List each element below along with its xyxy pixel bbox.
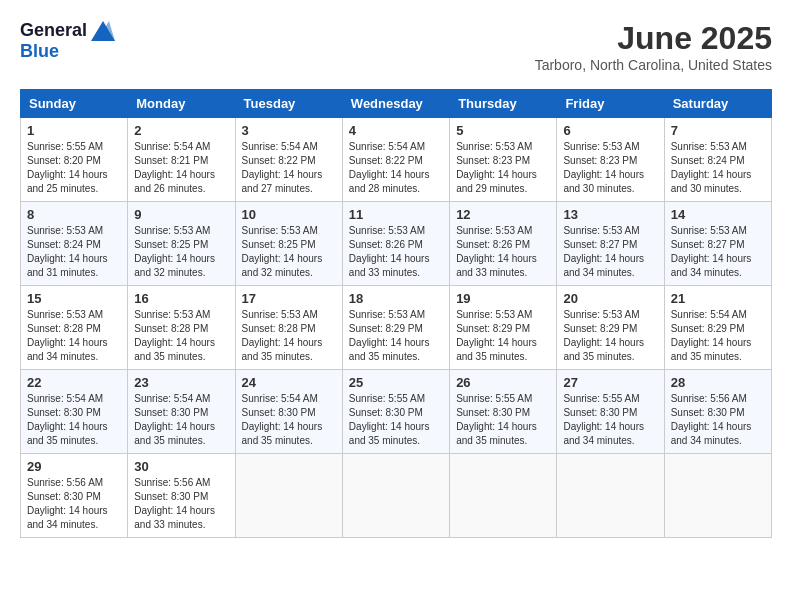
day-number: 10	[242, 207, 336, 222]
calendar-cell: 20Sunrise: 5:53 AM Sunset: 8:29 PM Dayli…	[557, 286, 664, 370]
calendar-cell: 24Sunrise: 5:54 AM Sunset: 8:30 PM Dayli…	[235, 370, 342, 454]
cell-info: Sunrise: 5:55 AM Sunset: 8:30 PM Dayligh…	[563, 392, 657, 448]
calendar-cell: 8Sunrise: 5:53 AM Sunset: 8:24 PM Daylig…	[21, 202, 128, 286]
weekday-header-friday: Friday	[557, 90, 664, 118]
calendar-week-3: 15Sunrise: 5:53 AM Sunset: 8:28 PM Dayli…	[21, 286, 772, 370]
cell-info: Sunrise: 5:53 AM Sunset: 8:27 PM Dayligh…	[563, 224, 657, 280]
calendar-cell: 7Sunrise: 5:53 AM Sunset: 8:24 PM Daylig…	[664, 118, 771, 202]
day-number: 8	[27, 207, 121, 222]
cell-info: Sunrise: 5:53 AM Sunset: 8:23 PM Dayligh…	[456, 140, 550, 196]
calendar-cell: 25Sunrise: 5:55 AM Sunset: 8:30 PM Dayli…	[342, 370, 449, 454]
day-number: 30	[134, 459, 228, 474]
weekday-header-thursday: Thursday	[450, 90, 557, 118]
day-number: 7	[671, 123, 765, 138]
cell-info: Sunrise: 5:54 AM Sunset: 8:21 PM Dayligh…	[134, 140, 228, 196]
logo-icon	[91, 21, 115, 41]
calendar-cell	[450, 454, 557, 538]
day-number: 23	[134, 375, 228, 390]
day-number: 19	[456, 291, 550, 306]
weekday-header-monday: Monday	[128, 90, 235, 118]
calendar-cell: 21Sunrise: 5:54 AM Sunset: 8:29 PM Dayli…	[664, 286, 771, 370]
cell-info: Sunrise: 5:53 AM Sunset: 8:29 PM Dayligh…	[456, 308, 550, 364]
day-number: 9	[134, 207, 228, 222]
day-number: 20	[563, 291, 657, 306]
day-number: 16	[134, 291, 228, 306]
calendar-cell: 29Sunrise: 5:56 AM Sunset: 8:30 PM Dayli…	[21, 454, 128, 538]
calendar-cell	[664, 454, 771, 538]
calendar-cell	[235, 454, 342, 538]
calendar-cell: 2Sunrise: 5:54 AM Sunset: 8:21 PM Daylig…	[128, 118, 235, 202]
day-number: 15	[27, 291, 121, 306]
day-number: 29	[27, 459, 121, 474]
calendar-cell: 10Sunrise: 5:53 AM Sunset: 8:25 PM Dayli…	[235, 202, 342, 286]
cell-info: Sunrise: 5:53 AM Sunset: 8:25 PM Dayligh…	[242, 224, 336, 280]
day-number: 6	[563, 123, 657, 138]
calendar-week-1: 1Sunrise: 5:55 AM Sunset: 8:20 PM Daylig…	[21, 118, 772, 202]
day-number: 27	[563, 375, 657, 390]
logo-blue: Blue	[20, 41, 59, 61]
page-header: General Blue June 2025 Tarboro, North Ca…	[20, 20, 772, 73]
cell-info: Sunrise: 5:53 AM Sunset: 8:28 PM Dayligh…	[27, 308, 121, 364]
cell-info: Sunrise: 5:54 AM Sunset: 8:22 PM Dayligh…	[349, 140, 443, 196]
day-number: 3	[242, 123, 336, 138]
calendar-title: June 2025	[535, 20, 772, 57]
cell-info: Sunrise: 5:53 AM Sunset: 8:25 PM Dayligh…	[134, 224, 228, 280]
day-number: 22	[27, 375, 121, 390]
cell-info: Sunrise: 5:53 AM Sunset: 8:23 PM Dayligh…	[563, 140, 657, 196]
day-number: 12	[456, 207, 550, 222]
calendar-cell: 28Sunrise: 5:56 AM Sunset: 8:30 PM Dayli…	[664, 370, 771, 454]
day-number: 2	[134, 123, 228, 138]
cell-info: Sunrise: 5:53 AM Sunset: 8:29 PM Dayligh…	[349, 308, 443, 364]
cell-info: Sunrise: 5:54 AM Sunset: 8:29 PM Dayligh…	[671, 308, 765, 364]
day-number: 5	[456, 123, 550, 138]
calendar-cell: 5Sunrise: 5:53 AM Sunset: 8:23 PM Daylig…	[450, 118, 557, 202]
cell-info: Sunrise: 5:54 AM Sunset: 8:30 PM Dayligh…	[134, 392, 228, 448]
cell-info: Sunrise: 5:55 AM Sunset: 8:20 PM Dayligh…	[27, 140, 121, 196]
cell-info: Sunrise: 5:53 AM Sunset: 8:24 PM Dayligh…	[27, 224, 121, 280]
cell-info: Sunrise: 5:53 AM Sunset: 8:26 PM Dayligh…	[349, 224, 443, 280]
cell-info: Sunrise: 5:53 AM Sunset: 8:27 PM Dayligh…	[671, 224, 765, 280]
calendar-cell: 4Sunrise: 5:54 AM Sunset: 8:22 PM Daylig…	[342, 118, 449, 202]
day-number: 25	[349, 375, 443, 390]
day-number: 28	[671, 375, 765, 390]
day-number: 13	[563, 207, 657, 222]
calendar-cell	[342, 454, 449, 538]
cell-info: Sunrise: 5:54 AM Sunset: 8:30 PM Dayligh…	[242, 392, 336, 448]
cell-info: Sunrise: 5:54 AM Sunset: 8:22 PM Dayligh…	[242, 140, 336, 196]
calendar-cell: 17Sunrise: 5:53 AM Sunset: 8:28 PM Dayli…	[235, 286, 342, 370]
calendar-table: SundayMondayTuesdayWednesdayThursdayFrid…	[20, 89, 772, 538]
calendar-cell: 22Sunrise: 5:54 AM Sunset: 8:30 PM Dayli…	[21, 370, 128, 454]
weekday-header-wednesday: Wednesday	[342, 90, 449, 118]
calendar-header-row: SundayMondayTuesdayWednesdayThursdayFrid…	[21, 90, 772, 118]
calendar-cell: 11Sunrise: 5:53 AM Sunset: 8:26 PM Dayli…	[342, 202, 449, 286]
weekday-header-sunday: Sunday	[21, 90, 128, 118]
cell-info: Sunrise: 5:55 AM Sunset: 8:30 PM Dayligh…	[456, 392, 550, 448]
cell-info: Sunrise: 5:54 AM Sunset: 8:30 PM Dayligh…	[27, 392, 121, 448]
calendar-cell: 13Sunrise: 5:53 AM Sunset: 8:27 PM Dayli…	[557, 202, 664, 286]
calendar-cell: 14Sunrise: 5:53 AM Sunset: 8:27 PM Dayli…	[664, 202, 771, 286]
calendar-cell: 1Sunrise: 5:55 AM Sunset: 8:20 PM Daylig…	[21, 118, 128, 202]
cell-info: Sunrise: 5:53 AM Sunset: 8:28 PM Dayligh…	[242, 308, 336, 364]
cell-info: Sunrise: 5:53 AM Sunset: 8:24 PM Dayligh…	[671, 140, 765, 196]
calendar-cell: 6Sunrise: 5:53 AM Sunset: 8:23 PM Daylig…	[557, 118, 664, 202]
calendar-cell: 23Sunrise: 5:54 AM Sunset: 8:30 PM Dayli…	[128, 370, 235, 454]
cell-info: Sunrise: 5:53 AM Sunset: 8:29 PM Dayligh…	[563, 308, 657, 364]
calendar-cell: 30Sunrise: 5:56 AM Sunset: 8:30 PM Dayli…	[128, 454, 235, 538]
day-number: 11	[349, 207, 443, 222]
title-section: June 2025 Tarboro, North Carolina, Unite…	[535, 20, 772, 73]
cell-info: Sunrise: 5:56 AM Sunset: 8:30 PM Dayligh…	[671, 392, 765, 448]
day-number: 17	[242, 291, 336, 306]
cell-info: Sunrise: 5:56 AM Sunset: 8:30 PM Dayligh…	[27, 476, 121, 532]
logo: General Blue	[20, 20, 115, 62]
calendar-cell: 9Sunrise: 5:53 AM Sunset: 8:25 PM Daylig…	[128, 202, 235, 286]
calendar-cell: 18Sunrise: 5:53 AM Sunset: 8:29 PM Dayli…	[342, 286, 449, 370]
day-number: 26	[456, 375, 550, 390]
calendar-cell: 27Sunrise: 5:55 AM Sunset: 8:30 PM Dayli…	[557, 370, 664, 454]
day-number: 14	[671, 207, 765, 222]
calendar-cell: 19Sunrise: 5:53 AM Sunset: 8:29 PM Dayli…	[450, 286, 557, 370]
calendar-cell: 26Sunrise: 5:55 AM Sunset: 8:30 PM Dayli…	[450, 370, 557, 454]
calendar-cell: 3Sunrise: 5:54 AM Sunset: 8:22 PM Daylig…	[235, 118, 342, 202]
calendar-cell	[557, 454, 664, 538]
day-number: 21	[671, 291, 765, 306]
logo-general: General	[20, 20, 87, 41]
